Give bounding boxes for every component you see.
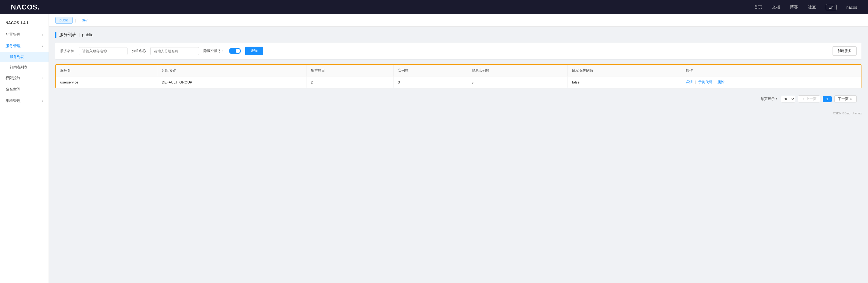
table-container: 服务名 分组名称 集群数目 实例数 健康实例数 触发保护阈值 操作 userse… xyxy=(55,64,862,88)
top-nav-right: 首页 文档 博客 社区 En nacos xyxy=(754,4,857,10)
cell-service-name: userservice xyxy=(56,76,157,88)
col-healthy-count: 健康实例数 xyxy=(467,65,567,76)
nav-home[interactable]: 首页 xyxy=(754,5,762,10)
chevron-right-icon-auth: › xyxy=(42,77,43,80)
service-name-label: 服务名称 xyxy=(60,49,74,54)
sidebar-item-cluster[interactable]: 集群管理 › xyxy=(0,95,49,106)
ns-tab-dev[interactable]: dev xyxy=(78,17,91,23)
filter-bar: 服务名称 分组名称 隐藏空服务： 查询 创建服务 xyxy=(55,42,862,59)
footer-text: CSDN ©Ding_Jiaxing xyxy=(833,112,862,115)
sidebar: NACOS 1.4.1 配置管理 › 服务管理 ∧ 服务列表 订阅者列表 权限控… xyxy=(0,14,49,283)
col-instance-count: 实例数 xyxy=(393,65,467,76)
col-cluster-count: 集群数目 xyxy=(306,65,393,76)
action-links: 详情 | 示例代码 | 删除 xyxy=(686,80,857,85)
page-title: 服务列表 | public xyxy=(55,32,862,38)
col-group-name: 分组名称 xyxy=(157,65,306,76)
action-delete[interactable]: 删除 xyxy=(717,80,724,85)
cell-protect-threshold: false xyxy=(568,76,681,88)
nav-docs[interactable]: 文档 xyxy=(772,5,780,10)
action-detail[interactable]: 详情 xyxy=(686,80,693,85)
action-example-code[interactable]: 示例代码 xyxy=(698,80,712,85)
nav-community[interactable]: 社区 xyxy=(808,5,816,10)
namespace-tabs: public | dev xyxy=(49,14,868,27)
table-header-row: 服务名 分组名称 集群数目 实例数 健康实例数 触发保护阈值 操作 xyxy=(56,65,861,76)
cell-healthy-count: 3 xyxy=(467,76,567,88)
next-page-button[interactable]: 下一页 ＞ xyxy=(834,95,857,102)
group-name-input[interactable] xyxy=(150,47,199,55)
per-page-select[interactable]: 10 20 50 xyxy=(781,96,795,102)
prev-page-button[interactable]: ＜ 上一页 xyxy=(798,95,820,102)
sidebar-item-service-mgmt[interactable]: 服务管理 ∧ xyxy=(0,40,49,52)
page-title-sep: | xyxy=(79,33,80,37)
sidebar-version: NACOS 1.4.1 xyxy=(0,17,49,28)
pagination: 每页显示： 10 20 50 ＜ 上一页 1 下一页 ＞ xyxy=(55,93,862,105)
hide-empty-toggle[interactable] xyxy=(229,48,241,54)
service-name-input[interactable] xyxy=(79,47,127,55)
cell-instance-count: 3 xyxy=(393,76,467,88)
col-service-name: 服务名 xyxy=(56,65,157,76)
sidebar-label-namespace: 命名空间 xyxy=(5,87,21,92)
group-name-label: 分组名称 xyxy=(132,49,146,54)
content-area: 服务列表 | public 服务名称 分组名称 隐藏空服务： 查询 创建服务 xyxy=(49,27,868,110)
cell-actions: 详情 | 示例代码 | 删除 xyxy=(681,76,861,88)
layout: NACOS 1.4.1 配置管理 › 服务管理 ∧ 服务列表 订阅者列表 权限控… xyxy=(0,14,868,283)
nav-blog[interactable]: 博客 xyxy=(790,5,798,10)
sidebar-label-cluster: 集群管理 xyxy=(5,98,21,103)
ns-separator: | xyxy=(75,18,76,23)
main-content: public | dev 服务列表 | public 服务名称 分组名称 隐藏空… xyxy=(49,14,868,283)
action-sep-2: | xyxy=(714,80,715,85)
current-page: 1 xyxy=(823,96,832,102)
sidebar-label-config-mgmt: 配置管理 xyxy=(5,32,21,37)
page-title-prefix: 服务列表 xyxy=(59,32,76,38)
top-nav: NACOS. 首页 文档 博客 社区 En nacos xyxy=(0,0,868,14)
sidebar-item-auth[interactable]: 权限控制 › xyxy=(0,72,49,84)
action-sep-1: | xyxy=(695,80,696,85)
page-title-namespace: public xyxy=(82,33,93,37)
query-button[interactable]: 查询 xyxy=(245,46,263,55)
create-service-button[interactable]: 创建服务 xyxy=(832,46,857,56)
logo: NACOS. xyxy=(11,3,40,11)
sidebar-item-config-mgmt[interactable]: 配置管理 › xyxy=(0,29,49,40)
col-actions: 操作 xyxy=(681,65,861,76)
sidebar-label-auth: 权限控制 xyxy=(5,75,21,81)
footer: CSDN ©Ding_Jiaxing xyxy=(49,110,868,117)
sidebar-sub-service-list[interactable]: 服务列表 xyxy=(0,52,49,62)
col-protect-threshold: 触发保护阈值 xyxy=(568,65,681,76)
sidebar-label-service-mgmt: 服务管理 xyxy=(5,44,21,49)
ns-tab-public[interactable]: public xyxy=(55,17,73,24)
cell-group-name: DEFAULT_GROUP xyxy=(157,76,306,88)
chevron-down-icon: ∧ xyxy=(41,45,43,48)
cell-cluster-count: 2 xyxy=(306,76,393,88)
chevron-right-icon-cluster: › xyxy=(42,99,43,102)
sidebar-item-namespace[interactable]: 命名空间 xyxy=(0,84,49,95)
sidebar-sub-subscriber-list[interactable]: 订阅者列表 xyxy=(0,62,49,72)
per-page-label: 每页显示： xyxy=(761,96,778,101)
chevron-right-icon: › xyxy=(42,33,43,36)
service-table: 服务名 分组名称 集群数目 实例数 健康实例数 触发保护阈值 操作 userse… xyxy=(56,65,861,88)
hide-empty-label: 隐藏空服务： xyxy=(204,49,225,54)
lang-button[interactable]: En xyxy=(826,4,837,10)
user-name: nacos xyxy=(846,5,857,9)
table-row: userservice DEFAULT_GROUP 2 3 3 false 详情… xyxy=(56,76,861,88)
